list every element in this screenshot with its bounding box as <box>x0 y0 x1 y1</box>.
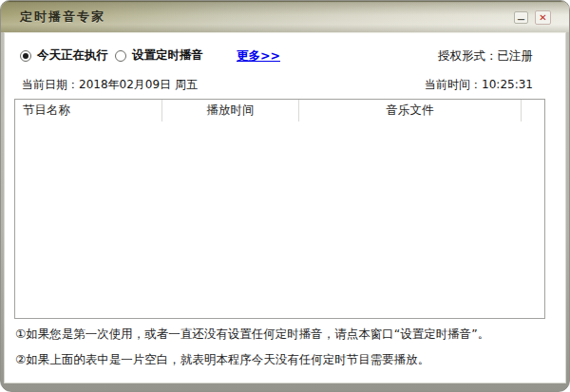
column-header-music-file[interactable]: 音乐文件 <box>299 100 522 121</box>
radio-today-label: 今天正在执行 <box>37 47 108 64</box>
app-window: 定时播音专家 — ✕ 今天正在执行 设置定时播音 更多>> 授权形式：已注册 当… <box>0 0 570 392</box>
radio-today-executing[interactable]: 今天正在执行 <box>20 47 108 64</box>
radio-setup-label: 设置定时播音 <box>132 47 203 64</box>
radio-circle-icon <box>115 50 126 62</box>
close-icon: ✕ <box>539 12 546 23</box>
current-time: 当前时间：10:25:31 <box>425 77 533 93</box>
main-content: 今天正在执行 设置定时播音 更多>> 授权形式：已注册 当前日期：2018年02… <box>4 32 566 383</box>
column-header-stub <box>522 100 544 121</box>
window-title: 定时播音专家 <box>20 1 105 32</box>
license-status: 授权形式：已注册 <box>438 48 533 65</box>
current-date: 当前日期：2018年02月09日 周五 <box>22 77 198 93</box>
table-header-row: 节目名称 播放时间 音乐文件 <box>15 100 544 121</box>
footnote-1: ①如果您是第一次使用，或者一直还没有设置任何定时播音，请点本窗口“设置定时播音”… <box>15 327 552 343</box>
minimize-button[interactable]: — <box>514 11 528 24</box>
program-table: 节目名称 播放时间 音乐文件 <box>14 99 545 319</box>
minimize-icon: — <box>518 15 525 24</box>
radio-setup-broadcast[interactable]: 设置定时播音 <box>115 47 203 64</box>
table-body-empty <box>15 121 544 318</box>
close-button[interactable]: ✕ <box>535 10 551 25</box>
column-header-program-name[interactable]: 节目名称 <box>15 100 162 121</box>
more-link[interactable]: 更多>> <box>237 48 280 65</box>
radio-circle-icon <box>20 50 31 62</box>
title-bar[interactable]: 定时播音专家 — ✕ <box>1 1 569 32</box>
footnote-2: ②如果上面的表中是一片空白，就表明本程序今天没有任何定时节目需要播放。 <box>15 352 552 368</box>
column-header-play-time[interactable]: 播放时间 <box>162 100 299 121</box>
